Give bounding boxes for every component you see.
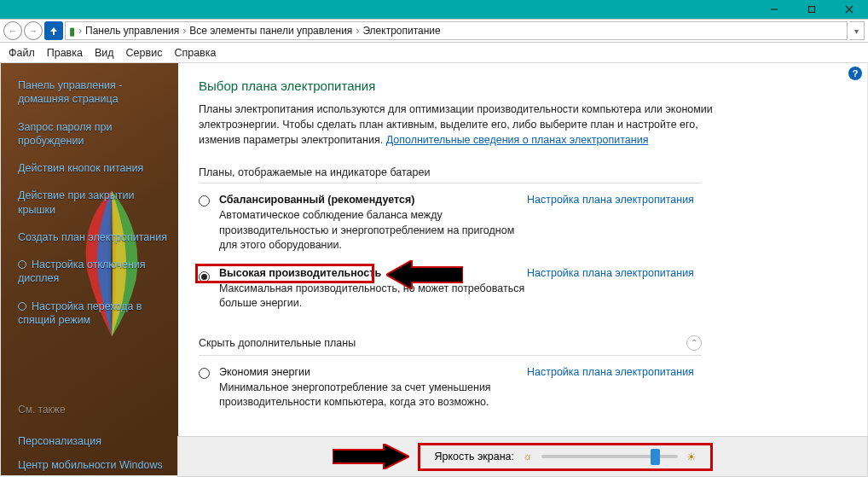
plan-settings-link[interactable]: Настройка плана электропитания [527, 267, 694, 279]
sidebar-item-createplan[interactable]: Создать план электропитания [18, 231, 167, 243]
radio-high-performance[interactable] [199, 271, 210, 282]
chevron-right-icon: › [356, 25, 359, 37]
menu-edit[interactable]: Правка [47, 47, 83, 59]
plan-desc: Минимальное энергопотребление за счет ум… [219, 381, 527, 410]
plan-name: Высокая производительность [219, 267, 527, 279]
plans-shown-label: Планы, отображаемые на индикаторе батаре… [199, 166, 702, 183]
menu-help[interactable]: Справка [174, 47, 216, 59]
battery-icon: ▮ [69, 25, 75, 38]
plan-name: Сбалансированный (рекомендуется) [219, 194, 527, 206]
sleep-icon [18, 302, 26, 311]
menu-view[interactable]: Вид [95, 47, 114, 59]
sidebar-item-sleep[interactable]: Настройка перехода в спящий режим [18, 300, 142, 326]
plan-power-saver[interactable]: Экономия энергии Минимальное энергопотре… [199, 366, 702, 410]
menu-tools[interactable]: Сервис [126, 47, 163, 59]
sidebar-item-displayoff[interactable]: Настройка отключения дисплея [18, 259, 146, 284]
radio-power-saver[interactable] [199, 368, 210, 379]
hide-plans-label[interactable]: Скрыть дополнительные планы ⌃ [199, 335, 702, 356]
breadcrumb-item[interactable]: Электропитание [362, 25, 440, 37]
nav-forward-button[interactable]: → [24, 21, 43, 40]
menu-bar: Файл Правка Вид Сервис Справка [0, 43, 868, 63]
learn-more-link[interactable]: Дополнительные сведения о планах электро… [386, 134, 649, 146]
breadcrumb-item[interactable]: Панель управления [85, 25, 179, 37]
window-close-button[interactable] [830, 0, 868, 19]
nav-up-button[interactable] [44, 21, 63, 40]
breadcrumb-item[interactable]: Все элементы панели управления [189, 25, 352, 37]
plan-balanced[interactable]: Сбалансированный (рекомендуется) Автомат… [199, 194, 702, 253]
sidebar-item-lidclose[interactable]: Действие при закрытии крышки [18, 189, 134, 215]
radio-balanced[interactable] [199, 195, 210, 207]
plan-desc: Максимальная производительность, но може… [219, 282, 527, 311]
address-bar: ← → ▮ › Панель управления › Все элементы… [0, 19, 868, 43]
nav-back-button[interactable]: ← [3, 21, 22, 40]
sidebar-item-mobilitycenter[interactable]: Центр мобильности Windows [18, 459, 163, 471]
plan-settings-link[interactable]: Настройка плана электропитания [527, 194, 694, 206]
sun-bright-icon: ☀ [686, 451, 697, 463]
window-titlebar [0, 0, 868, 19]
sun-dim-icon: ☼ [523, 451, 532, 462]
plan-settings-link[interactable]: Настройка плана электропитания [527, 366, 694, 378]
sidebar-item-powerbuttons[interactable]: Действия кнопок питания [18, 162, 143, 174]
address-dropdown-button[interactable]: ▾ [849, 21, 865, 40]
sidebar-item-home[interactable]: Панель управления - домашняя страница [18, 79, 122, 105]
brightness-slider[interactable] [541, 455, 678, 458]
see-also-label: См. также [18, 404, 171, 417]
chevron-right-icon: › [182, 25, 186, 37]
display-icon [18, 260, 26, 269]
page-title: Выбор плана электропитания [199, 79, 847, 93]
breadcrumb[interactable]: ▮ › Панель управления › Все элементы пан… [65, 21, 848, 40]
chevron-up-icon[interactable]: ⌃ [686, 335, 702, 351]
plan-name: Экономия энергии [219, 366, 527, 378]
brightness-label: Яркость экрана: [434, 451, 514, 462]
svg-rect-1 [809, 7, 815, 13]
plan-high-performance[interactable]: Высокая производительность Максимальная … [199, 267, 702, 311]
brightness-bar: Яркость экрана: ☼ ☀ [177, 436, 868, 477]
highlight-box: Яркость экрана: ☼ ☀ [418, 443, 712, 471]
window-maximize-button[interactable] [793, 0, 830, 19]
content-area: ? Выбор плана электропитания Планы элект… [178, 63, 867, 475]
callout-arrow-icon [333, 444, 409, 469]
chevron-right-icon: › [78, 25, 82, 37]
sidebar: Панель управления - домашняя страница За… [1, 63, 178, 475]
sidebar-item-personalization[interactable]: Персонализация [18, 435, 101, 447]
menu-file[interactable]: Файл [9, 47, 35, 59]
sidebar-item-wakepassword[interactable]: Запрос пароля при пробуждении [18, 121, 113, 147]
window-minimize-button[interactable] [755, 0, 793, 19]
slider-thumb[interactable] [651, 449, 660, 465]
page-description: Планы электропитания используются для оп… [199, 102, 727, 148]
plan-desc: Автоматическое соблюдение баланса между … [219, 208, 527, 253]
